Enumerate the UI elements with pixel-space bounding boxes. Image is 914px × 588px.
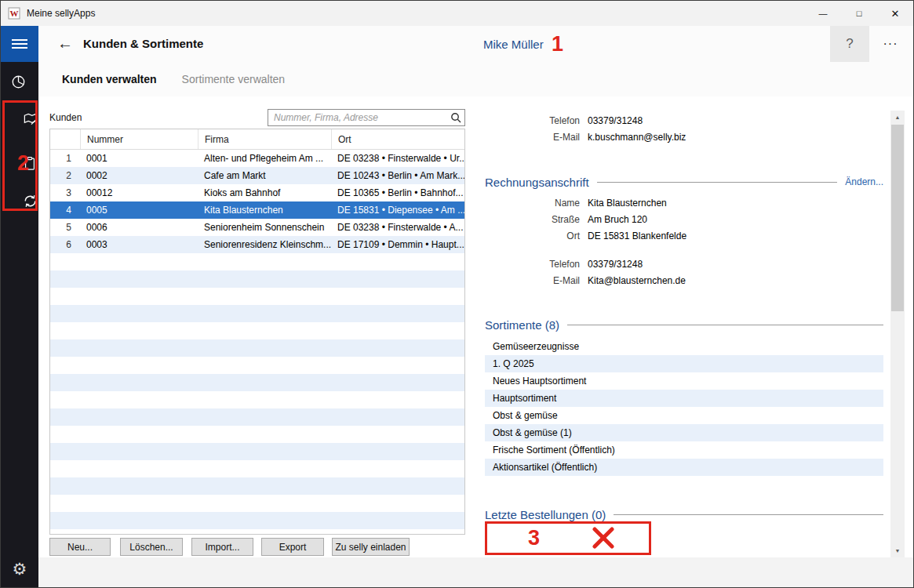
annotation-marker-2: 2 [17,153,29,174]
export-button[interactable]: Export [261,538,324,556]
telefon-value: 03379/31248 [588,115,643,126]
hamburger-icon [12,38,27,49]
section-rule [567,325,883,325]
table-row-empty [50,460,464,477]
row-index: 4 [50,205,80,216]
customer-row[interactable]: 2 0002 Cafe am Markt DE 10243 • Berlin •… [50,167,464,184]
pie-chart-icon-button[interactable] [10,74,26,89]
email-label: E-Mail [485,132,580,143]
table-row-empty [50,253,464,270]
page-title: Kunden & Sortimente [83,37,203,50]
ort-value: DE 15831 Blankenfelde [588,230,686,241]
help-button[interactable]: ? [830,26,869,62]
cell-nummer: 0006 [80,222,198,233]
customer-row[interactable]: 5 0006 Seniorenheim Sonnenschein DE 0323… [50,219,464,236]
email-value: Kita@blausternchen.de [588,275,686,286]
rechnungsanschrift-title: Rechnungsanschrift [485,176,589,189]
telefon-value: 03379/31248 [588,259,643,270]
column-ort[interactable]: Ort [331,129,464,149]
cell-ort: DE 15831 • Diepensee • Am ... [331,205,464,216]
cell-firma: Seniorenresidenz Kleinschm... [198,239,331,250]
table-row-empty [50,512,464,529]
invite-button[interactable]: Zu selly einladen [332,538,410,556]
ort-label: Ort [485,230,580,241]
more-options-button[interactable]: ··· [874,26,907,62]
cell-ort: DE 03238 • Finsterwalde • Ur... [331,153,464,164]
scroll-up-button[interactable]: ▲ [890,111,905,124]
window-controls: — □ ✕ [805,1,913,26]
column-nummer[interactable]: Nummer [80,129,198,149]
sortiment-item[interactable]: Neues Hauptsortiment [485,372,883,390]
hamburger-menu-button[interactable] [1,26,38,62]
table-row-empty [50,391,464,408]
settings-gear-icon-button[interactable]: ⚙ [9,559,31,579]
telefon-label: Telefon [485,115,580,126]
cell-ort: DE 03238 • Finsterwalde • A... [331,222,464,233]
telefon-label: Telefon [485,259,580,270]
name-value: Kita Blausternchen [588,198,667,209]
field-telefon-2: Telefon 03379/31248 [485,256,883,272]
row-index: 3 [50,187,80,198]
minimize-button[interactable]: — [805,1,841,26]
section-rule [614,514,883,515]
page-header: ← Kunden & Sortimente Mike Müller ? ··· [38,26,913,62]
table-row-empty [50,408,464,426]
aendern-link[interactable]: Ändern... [845,176,883,187]
search-box [268,109,465,126]
section-sortimente: Sortimente (8) [485,317,883,332]
sortiment-item[interactable]: Hauptsortiment [485,390,883,407]
vertical-scrollbar[interactable]: ▲ ▼ [890,111,905,557]
annotation-marker-1: 1 [552,34,563,55]
tab-bar: Kunden verwalten Sortimente verwalten [38,62,913,96]
back-arrow-button[interactable]: ← [57,34,73,53]
customer-row[interactable]: 3 00012 Kioks am Bahnhof DE 10365 • Berl… [50,184,464,201]
field-ort: Ort DE 15831 Blankenfelde [485,227,883,244]
customer-table-body: 1 0001 Alten- und Pflegeheim Am ... DE 0… [50,150,464,535]
new-button[interactable]: Neu... [49,538,111,556]
cell-nummer: 0005 [80,205,198,216]
row-index: 6 [50,239,80,250]
user-name[interactable]: Mike Müller [483,38,544,51]
scroll-down-button[interactable]: ▼ [890,544,905,557]
cell-nummer: 00012 [80,187,198,198]
sortimente-title: Sortimente (8) [485,318,559,332]
cell-firma: Cafe am Markt [198,170,331,181]
customer-row-selected[interactable]: 4 0005 Kita Blausternchen DE 15831 • Die… [50,201,464,219]
sortiment-item[interactable]: 1. Q 2025 [485,355,883,372]
sortiment-item[interactable]: Obst & gemüse (1) [485,424,883,441]
sortiment-item[interactable]: Gemüseerzeugnisse [485,338,883,355]
sortiment-item[interactable]: Aktionsartikel (Öffentlich) [485,459,883,476]
customers-label: Kunden [49,112,82,123]
tab-kunden-verwalten[interactable]: Kunden verwalten [62,73,157,85]
cell-firma: Kita Blausternchen [198,205,331,216]
search-icon [450,112,461,123]
table-row-empty [50,477,464,495]
maximize-button[interactable]: □ [841,1,877,26]
titlebar: W Meine sellyApps — □ ✕ [1,1,913,26]
window-title: Meine sellyApps [27,8,95,19]
cell-ort: DE 10365 • Berlin • Bahnhof... [331,187,464,198]
table-row-empty [50,305,464,322]
table-row-empty [50,426,464,443]
customer-row[interactable]: 1 0001 Alten- und Pflegeheim Am ... DE 0… [50,150,464,167]
tab-sortimente-verwalten[interactable]: Sortimente verwalten [182,73,286,85]
customer-row[interactable]: 6 0003 Seniorenresidenz Kleinschm... DE … [50,236,464,253]
table-row-empty [50,270,464,288]
close-button[interactable]: ✕ [877,1,913,26]
scroll-thumb[interactable] [891,125,904,311]
delete-button[interactable]: Löschen... [120,538,183,556]
cell-ort: DE 17109 • Demmin • Haupt... [331,239,464,250]
sortiment-item[interactable]: Frische Sortiment (Öffentlich) [485,441,883,459]
row-index: 2 [50,170,80,181]
table-row-empty [50,443,464,460]
import-button[interactable]: Import... [191,538,253,556]
cell-nummer: 0003 [80,239,198,250]
sortiment-item[interactable]: Obst & gemüse [485,407,883,424]
svg-text:W: W [10,9,19,18]
sortimente-list: Gemüseerzeugnisse 1. Q 2025 Neues Haupts… [485,338,883,476]
field-strasse: Straße Am Bruch 120 [485,211,883,227]
field-telefon: Telefon 03379/31248 [485,112,883,129]
search-input[interactable] [268,109,465,126]
column-firma[interactable]: Firma [198,129,331,149]
field-name: Name Kita Blausternchen [485,194,883,211]
